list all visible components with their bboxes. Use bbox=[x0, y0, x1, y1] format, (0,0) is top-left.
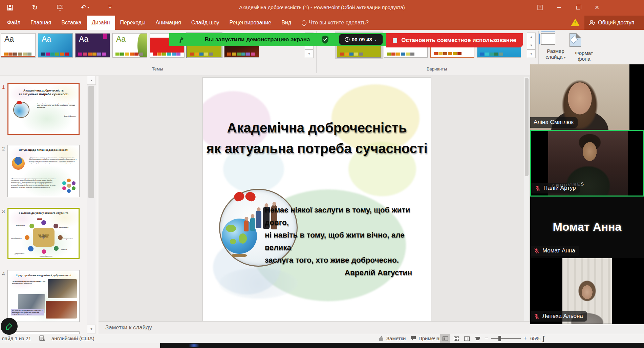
participant-tile-momat-camera-off[interactable]: Момат Анна Момат Анна bbox=[530, 197, 644, 258]
tab-slideshow[interactable]: Слайд-шоу bbox=[186, 16, 224, 30]
slide-thumbnail-2[interactable]: Вступ. Щодо питання доброчесності • Добр… bbox=[7, 145, 80, 197]
slide-number: 2 bbox=[2, 146, 5, 151]
slide-thumbnail-5-partial[interactable] bbox=[7, 331, 80, 334]
tab-review[interactable]: Рецензирование bbox=[224, 16, 277, 30]
reading-view-button[interactable] bbox=[462, 334, 472, 343]
annotation-pencil-button[interactable] bbox=[1, 318, 18, 335]
slide-size-icon bbox=[541, 33, 555, 45]
theme-thumbnail-2[interactable]: Aa bbox=[38, 33, 73, 58]
variants-scroll-up-icon[interactable]: ▲ bbox=[527, 33, 536, 41]
slide-title[interactable]: Академічна доброчесність як актуальна по… bbox=[203, 118, 431, 159]
figure bbox=[244, 220, 249, 231]
share-arrow-icon bbox=[178, 36, 185, 43]
notes-toggle[interactable]: Заметки bbox=[386, 335, 406, 341]
stop-sharing-button[interactable]: Остановить совместное использование bbox=[386, 33, 523, 47]
participant-name-badge: Лепеха Альона bbox=[530, 311, 587, 322]
thumb-photo-writing bbox=[48, 279, 77, 298]
slide-thumbnail-panel: 1 Академічна доброчесність як актуальна … bbox=[0, 76, 98, 334]
zoom-level[interactable]: 65% bbox=[530, 335, 540, 341]
thumbnail-scrollbar[interactable]: ▲ ▼ bbox=[87, 76, 95, 334]
spellcheck-icon[interactable] bbox=[39, 335, 45, 342]
status-bar: лайд 1 из 21 английский (США) Заметки Пр… bbox=[0, 334, 644, 343]
scrollbar-thumb[interactable] bbox=[525, 78, 529, 176]
theme-thumbnail-1[interactable]: Aa bbox=[1, 33, 36, 58]
variants-gallery-scroll: ▲ ▼ ▼ bbox=[527, 33, 536, 58]
language-indicator[interactable]: английский (США) bbox=[51, 335, 94, 341]
slide-sorter-view-button[interactable] bbox=[451, 334, 461, 343]
tell-me-box[interactable]: Что вы хотите сделать? bbox=[296, 16, 369, 30]
tab-animations[interactable]: Анимация bbox=[151, 16, 186, 30]
tab-file[interactable]: Файл bbox=[2, 16, 25, 30]
figure bbox=[250, 217, 255, 231]
tab-design[interactable]: Дизайн bbox=[87, 16, 115, 30]
tab-insert[interactable]: Вставка bbox=[56, 16, 86, 30]
participant-name-badge: Момат Анна bbox=[530, 246, 579, 256]
ribbon-display-options-icon[interactable] bbox=[535, 3, 545, 12]
zoom-out-button[interactable]: − bbox=[485, 335, 488, 342]
slide-thumbnail-4[interactable]: Щодо проблеми академічної доброчесності … bbox=[7, 270, 80, 322]
participant-tile-alina[interactable]: Аліна Смаглюк bbox=[530, 64, 644, 130]
figure bbox=[256, 210, 261, 228]
slide-quote-textbox[interactable]: Немає ніякої заслуги в тому, щоб жити до… bbox=[265, 204, 431, 279]
clock-icon bbox=[345, 37, 350, 42]
participant-tile-lepekha[interactable]: Лепеха Альона bbox=[530, 258, 644, 324]
slide-counter: лайд 1 из 21 bbox=[2, 335, 31, 341]
pencil-icon bbox=[5, 322, 13, 330]
variants-group-label: Варианты bbox=[337, 66, 537, 71]
editor-scrollbar[interactable] bbox=[524, 77, 529, 321]
sidebar-gap bbox=[530, 324, 644, 334]
shield-check-icon bbox=[321, 35, 329, 44]
slide-thumbnail-1-selected[interactable]: Академічна доброчесність як актуальна по… bbox=[7, 83, 80, 135]
tab-transitions[interactable]: Переходы bbox=[115, 16, 151, 30]
muted-mic-icon bbox=[534, 248, 540, 254]
thumb-photo-hands bbox=[46, 301, 77, 319]
activation-warning-icon[interactable] bbox=[571, 19, 580, 26]
share-banner-text: Вы запустили демонстрацию экрана bbox=[201, 36, 313, 43]
theme-thumbnail-4[interactable]: Aa bbox=[112, 33, 147, 58]
slide-number: 1 bbox=[2, 84, 5, 90]
slide-canvas[interactable]: Академічна доброчесність як актуальна по… bbox=[202, 77, 431, 321]
slideshow-view-button[interactable] bbox=[473, 334, 483, 343]
notes-pane[interactable]: Заметки к слайду bbox=[99, 321, 530, 334]
normal-view-button[interactable] bbox=[440, 334, 450, 343]
slide-number: 4 bbox=[2, 271, 5, 277]
stop-icon bbox=[393, 38, 397, 43]
add-person-icon bbox=[588, 20, 595, 26]
chevron-down-icon: ⌄ bbox=[374, 37, 377, 42]
slide-number: 3 bbox=[2, 208, 5, 214]
scroll-down-icon[interactable]: ▼ bbox=[87, 325, 96, 333]
slide-thumbnail-3[interactable]: 8 шляхів до успіху кожного студента ✦ TH… bbox=[7, 208, 80, 259]
participant-tile-palii-active[interactable]: GOODVIBES Палій Артур bbox=[530, 130, 644, 197]
zoom-slider-handle[interactable] bbox=[498, 336, 501, 341]
tab-view[interactable]: Вид bbox=[276, 16, 296, 30]
themes-group-label: Темы bbox=[0, 66, 315, 71]
notes-toggle-icon[interactable] bbox=[379, 336, 384, 342]
participant-name-badge: Палій Артур bbox=[531, 183, 580, 193]
comments-toggle-icon[interactable] bbox=[411, 336, 416, 342]
chevron-down-icon: ▾ bbox=[564, 56, 566, 59]
share-button[interactable]: Общий доступ bbox=[584, 16, 644, 30]
thumb-globe-image bbox=[13, 102, 29, 118]
muted-mic-icon bbox=[534, 313, 540, 319]
restore-button[interactable] bbox=[573, 3, 583, 12]
themes-gallery-more-icon[interactable]: ▼ bbox=[305, 49, 314, 58]
slide-editor-area: Академічна доброчесність як актуальна по… bbox=[99, 76, 530, 321]
scroll-up-icon[interactable]: ▲ bbox=[87, 76, 96, 85]
variants-gallery-more-icon[interactable]: ▼ bbox=[527, 49, 536, 58]
fit-to-window-button[interactable] bbox=[543, 336, 544, 342]
title-bar: ↻ ↶▾ ▾ Академічна доброчесність (1) - Po… bbox=[0, 0, 644, 16]
theme-thumbnail-3[interactable]: Aa bbox=[75, 33, 110, 58]
screen-share-banner: Вы запустили демонстрацию экрана 00:09:4… bbox=[169, 33, 386, 46]
share-timer[interactable]: 00:09:48 ⌄ bbox=[339, 34, 383, 45]
scrollbar-thumb[interactable] bbox=[88, 86, 94, 198]
zoom-in-button[interactable]: + bbox=[523, 335, 527, 342]
format-background-icon bbox=[570, 33, 581, 47]
close-button[interactable]: ✕ bbox=[592, 3, 602, 12]
minimize-button[interactable] bbox=[554, 3, 564, 12]
tab-home[interactable]: Главная bbox=[25, 16, 56, 30]
zoom-slider-track[interactable] bbox=[491, 338, 521, 339]
variants-scroll-down-icon[interactable]: ▼ bbox=[527, 41, 536, 49]
video-call-sidebar: Аліна Смаглюк GOODVIBES Палій Артур Мома… bbox=[530, 64, 644, 324]
muted-mic-icon bbox=[535, 185, 541, 191]
thumb-compass-image: ✦ THE COMPASS ADVANTAGE bbox=[33, 228, 55, 247]
